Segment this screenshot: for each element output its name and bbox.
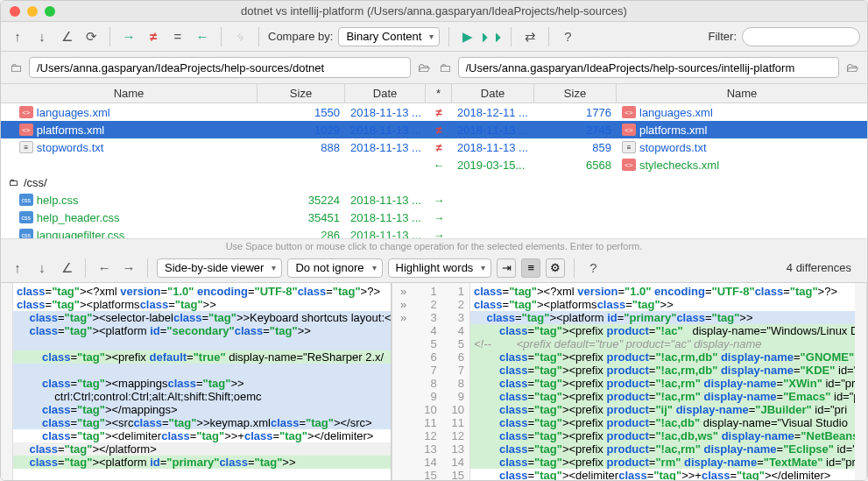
folder-icon: 🗀 <box>8 60 24 74</box>
table-row[interactable]: ≡stopwords.txt8882018-11-13 ...≠2018-11-… <box>1 138 867 156</box>
window-controls <box>1 6 55 17</box>
zoom-window-button[interactable] <box>45 6 55 17</box>
help-icon[interactable]: ? <box>583 258 603 278</box>
filter-input[interactable] <box>742 27 860 46</box>
edit-icon[interactable]: ∠ <box>57 27 76 46</box>
help-icon[interactable]: ? <box>558 27 577 46</box>
left-path-input[interactable] <box>29 57 411 78</box>
col-date-right[interactable]: Date <box>452 84 534 103</box>
path-bar: 🗀 🗁 🗀 🗁 <box>1 52 867 84</box>
right-gutter <box>855 283 867 481</box>
play-all-icon[interactable]: ⏵⏵ <box>483 27 502 46</box>
table-row[interactable]: ←2019-03-15...6568<>stylechecks.xml <box>1 156 867 173</box>
table-row[interactable]: csslanguagefilter.css2862018-11-13 ...→ <box>1 226 867 238</box>
nav-back-icon[interactable]: ← <box>95 258 114 278</box>
right-editor[interactable]: class="tag"><?xml version="1.0" encoding… <box>470 283 855 481</box>
col-name-right[interactable]: Name <box>617 84 867 103</box>
compare-by-select[interactable]: Binary Content <box>338 27 440 46</box>
ignore-mode-select[interactable]: Do not ignore <box>287 258 382 278</box>
col-size-left[interactable]: Size <box>258 84 345 103</box>
next-diff-icon[interactable]: ↓ <box>32 258 52 278</box>
center-gutter: »»» 123456789101112131415 12345678910111… <box>392 283 470 481</box>
settings-icon[interactable]: ⚙ <box>546 258 565 278</box>
table-row[interactable]: <>platforms.xml10292018-11-13 ...≠2018-1… <box>1 121 867 138</box>
refresh-icon[interactable]: ⟳ <box>81 27 101 46</box>
right-path-input[interactable] <box>458 57 840 78</box>
main-toolbar: ↑ ↓ ∠ ⟳ → ≠ = ← ᛃ Compare by: Binary Con… <box>1 22 867 52</box>
browse-icon[interactable]: 🗁 <box>844 60 860 74</box>
tree-header: Name Size Date * Date Size Name <box>1 84 867 103</box>
col-date-left[interactable]: Date <box>345 84 426 103</box>
table-row[interactable]: csshelp.css352242018-11-13 ...→ <box>1 191 867 209</box>
arrow-up-icon[interactable]: ↑ <box>8 27 27 46</box>
minimize-window-button[interactable] <box>27 6 38 17</box>
diff-toolbar: ↑ ↓ ∠ ← → Side-by-side viewer Do not ign… <box>1 253 867 283</box>
col-op[interactable]: * <box>426 84 452 103</box>
col-name-left[interactable]: Name <box>1 84 258 103</box>
diff-count: 4 differences <box>787 261 860 274</box>
equal-icon[interactable]: = <box>168 27 187 46</box>
browse-icon[interactable]: 🗁 <box>416 60 432 74</box>
filter-label: Filter: <box>709 30 737 43</box>
col-size-right[interactable]: Size <box>534 84 617 103</box>
swap-icon[interactable]: ⇄ <box>520 27 540 46</box>
hint-text: Use Space button or mouse click to chang… <box>1 238 867 253</box>
file-tree[interactable]: <>languages.xml15502018-11-13 ...≠2018-1… <box>1 103 867 238</box>
arrow-down-icon[interactable]: ↓ <box>32 27 52 46</box>
folder-icon: 🗀 <box>437 60 453 74</box>
highlight-mode-select[interactable]: Highlight words <box>388 258 492 278</box>
left-gutter <box>1 283 13 481</box>
filter-icon[interactable]: ᛃ <box>230 27 250 46</box>
diff-viewer: class="tag"><?xml version="1.0" encoding… <box>1 283 867 481</box>
viewer-mode-select[interactable]: Side-by-side viewer <box>157 258 282 278</box>
not-equal-icon[interactable]: ≠ <box>144 27 163 46</box>
table-row[interactable]: <>languages.xml15502018-11-13 ...≠2018-1… <box>1 103 867 121</box>
nav-forward-icon[interactable]: → <box>119 258 138 278</box>
close-window-button[interactable] <box>10 6 20 17</box>
collapse-icon[interactable]: ⇥ <box>497 258 516 278</box>
play-icon[interactable]: ▶ <box>458 27 477 46</box>
window-title: dotnet vs intellij-platform (/Users/anna… <box>1 4 867 18</box>
prev-diff-icon[interactable]: ↑ <box>8 258 27 278</box>
accept-left-icon[interactable]: ← <box>193 27 212 46</box>
table-row[interactable]: csshelp_header.css354512018-11-13 ...→ <box>1 209 867 226</box>
edit-icon[interactable]: ∠ <box>57 258 76 278</box>
left-editor[interactable]: class="tag"><?xml version="1.0" encoding… <box>13 283 392 481</box>
compare-by-label: Compare by: <box>268 30 333 43</box>
table-row[interactable]: 🗀/css/ <box>1 173 867 191</box>
sync-scroll-icon[interactable]: ≡ <box>521 258 540 278</box>
titlebar: dotnet vs intellij-platform (/Users/anna… <box>1 1 867 22</box>
accept-right-icon[interactable]: → <box>119 27 138 46</box>
